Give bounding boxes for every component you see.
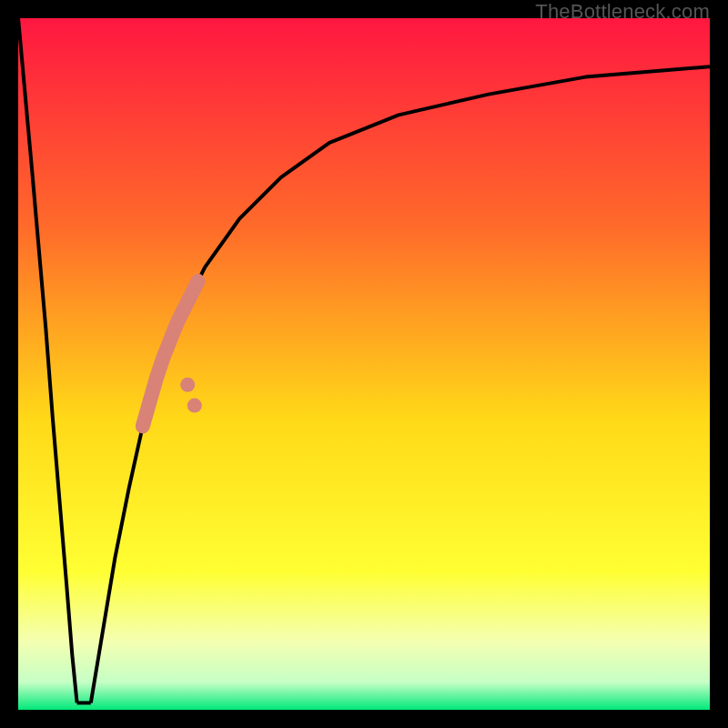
chart-frame: TheBottleneck.com <box>0 0 728 728</box>
accent-dot <box>187 399 202 413</box>
accent-dots <box>180 378 202 413</box>
accent-dot <box>180 378 195 392</box>
curve-left-branch <box>18 18 77 703</box>
curve-layer <box>18 18 710 710</box>
plot-area <box>18 18 710 710</box>
